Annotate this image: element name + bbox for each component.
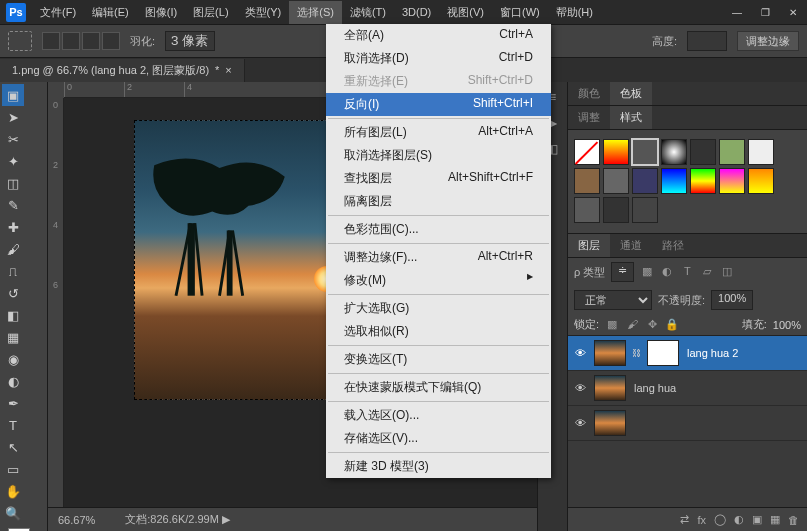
minimize-button[interactable]: — <box>723 2 751 22</box>
brush-tool-icon[interactable]: 🖌 <box>2 238 24 260</box>
visibility-icon[interactable]: 👁 <box>572 382 588 394</box>
menu-item[interactable]: 选取相似(R) <box>326 320 551 343</box>
lock-transparency-icon[interactable]: ▩ <box>605 318 619 332</box>
lock-all-icon[interactable]: 🔒 <box>665 318 679 332</box>
vertical-ruler[interactable]: 0246 <box>48 98 64 531</box>
doc-size[interactable]: 文档:826.6K/2.99M <box>125 513 219 525</box>
layer-thumbnail[interactable] <box>594 340 626 366</box>
layer-row[interactable]: 👁lang hua <box>568 371 807 406</box>
gradient-tool-icon[interactable]: ▦ <box>2 326 24 348</box>
selection-subtract-icon[interactable] <box>82 32 100 50</box>
marquee-tool-preset-icon[interactable] <box>8 31 32 51</box>
layers-tab[interactable]: 图层 <box>568 234 610 257</box>
menu-item[interactable]: 新建 3D 模型(3) <box>326 455 551 478</box>
zoom-level[interactable]: 66.67% <box>58 514 95 526</box>
menu-item[interactable]: 调整边缘(F)...Alt+Ctrl+R <box>326 246 551 269</box>
layer-name[interactable]: lang hua <box>632 382 803 394</box>
link-mask-icon[interactable]: ⛓ <box>632 348 641 358</box>
paths-tab[interactable]: 路径 <box>652 234 694 257</box>
visibility-icon[interactable]: 👁 <box>572 417 588 429</box>
menu-视图[interactable]: 视图(V) <box>439 1 492 24</box>
dodge-tool-icon[interactable]: ◐ <box>2 370 24 392</box>
filter-kind-select[interactable]: ≑ <box>611 262 634 282</box>
healing-brush-tool-icon[interactable]: ✚ <box>2 216 24 238</box>
color-panel-tab[interactable]: 颜色 <box>568 82 610 105</box>
close-tab-icon[interactable]: × <box>225 64 231 76</box>
opacity-value[interactable]: 100% <box>711 290 753 310</box>
shape-tool-icon[interactable]: ▭ <box>2 458 24 480</box>
type-tool-icon[interactable]: T <box>2 414 24 436</box>
adjustment-layer-icon[interactable]: ◐ <box>734 513 744 526</box>
lasso-tool-icon[interactable]: ✂ <box>2 128 24 150</box>
height-input[interactable] <box>687 31 727 51</box>
menu-item[interactable]: 反向(I)Shift+Ctrl+I <box>326 93 551 116</box>
hand-tool-icon[interactable]: ✋ <box>2 480 24 502</box>
link-layers-icon[interactable]: ⇄ <box>680 513 689 526</box>
menu-item[interactable]: 修改(M)▶ <box>326 269 551 292</box>
blend-mode-select[interactable]: 正常 <box>574 290 652 310</box>
menu-item[interactable]: 载入选区(O)... <box>326 404 551 427</box>
menu-文件[interactable]: 文件(F) <box>32 1 84 24</box>
ruler-origin[interactable] <box>48 82 64 98</box>
menu-编辑[interactable]: 编辑(E) <box>84 1 137 24</box>
menu-item[interactable]: 存储选区(V)... <box>326 427 551 450</box>
style-swatch[interactable] <box>748 168 774 194</box>
menu-类型[interactable]: 类型(Y) <box>237 1 290 24</box>
menu-item[interactable]: 查找图层Alt+Shift+Ctrl+F <box>326 167 551 190</box>
filter-type-icon[interactable]: T <box>680 265 694 279</box>
channels-tab[interactable]: 通道 <box>610 234 652 257</box>
menu-item[interactable]: 变换选区(T) <box>326 348 551 371</box>
pen-tool-icon[interactable]: ✒ <box>2 392 24 414</box>
style-swatch[interactable] <box>632 168 658 194</box>
styles-panel-tab[interactable]: 样式 <box>610 106 652 129</box>
style-swatch[interactable] <box>632 197 658 223</box>
menu-窗口[interactable]: 窗口(W) <box>492 1 548 24</box>
visibility-icon[interactable]: 👁 <box>572 347 588 359</box>
blur-tool-icon[interactable]: ◉ <box>2 348 24 370</box>
layer-thumbnail[interactable] <box>594 375 626 401</box>
selection-new-icon[interactable] <box>42 32 60 50</box>
style-swatch[interactable] <box>748 139 774 165</box>
style-swatch[interactable] <box>603 168 629 194</box>
history-brush-tool-icon[interactable]: ↺ <box>2 282 24 304</box>
layer-name[interactable]: lang hua 2 <box>685 347 803 359</box>
menu-图层[interactable]: 图层(L) <box>185 1 236 24</box>
restore-button[interactable]: ❐ <box>751 2 779 22</box>
menu-item[interactable]: 扩大选取(G) <box>326 297 551 320</box>
style-swatch[interactable] <box>661 139 687 165</box>
feather-input[interactable] <box>165 31 215 51</box>
eyedropper-tool-icon[interactable]: ✎ <box>2 194 24 216</box>
marquee-tool-icon[interactable]: ▣ <box>2 84 24 106</box>
magic-wand-tool-icon[interactable]: ✦ <box>2 150 24 172</box>
layer-style-icon[interactable]: fx <box>697 514 706 526</box>
style-swatch[interactable] <box>632 139 658 165</box>
menu-item[interactable]: 隔离图层 <box>326 190 551 213</box>
move-tool-icon[interactable]: ➤ <box>2 106 24 128</box>
zoom-tool-icon[interactable]: 🔍 <box>2 502 24 524</box>
selection-intersect-icon[interactable] <box>102 32 120 50</box>
group-icon[interactable]: ▣ <box>752 513 762 526</box>
filter-shape-icon[interactable]: ▱ <box>700 265 714 279</box>
adjustments-panel-tab[interactable]: 调整 <box>568 106 610 129</box>
menu-item[interactable]: 全部(A)Ctrl+A <box>326 24 551 47</box>
refine-edge-button[interactable]: 调整边缘 <box>737 31 799 51</box>
close-button[interactable]: ✕ <box>779 2 807 22</box>
fill-value[interactable]: 100% <box>773 319 801 331</box>
menu-item[interactable]: 取消选择图层(S) <box>326 144 551 167</box>
style-swatch[interactable] <box>690 139 716 165</box>
selection-add-icon[interactable] <box>62 32 80 50</box>
filter-pixel-icon[interactable]: ▩ <box>640 265 654 279</box>
document-tab[interactable]: 1.png @ 66.7% (lang hua 2, 图层蒙版/8) * × <box>0 59 245 82</box>
layer-row[interactable]: 👁⛓lang hua 2 <box>568 336 807 371</box>
menu-item[interactable]: 取消选择(D)Ctrl+D <box>326 47 551 70</box>
new-layer-icon[interactable]: ▦ <box>770 513 780 526</box>
filter-smart-icon[interactable]: ◫ <box>720 265 734 279</box>
style-swatch[interactable] <box>603 139 629 165</box>
menu-帮助[interactable]: 帮助(H) <box>548 1 601 24</box>
lock-pixels-icon[interactable]: 🖌 <box>625 318 639 332</box>
mask-thumbnail[interactable] <box>647 340 679 366</box>
style-swatch[interactable] <box>719 168 745 194</box>
style-swatch[interactable] <box>690 168 716 194</box>
style-swatch[interactable] <box>574 139 600 165</box>
menu-item[interactable]: 在快速蒙版模式下编辑(Q) <box>326 376 551 399</box>
